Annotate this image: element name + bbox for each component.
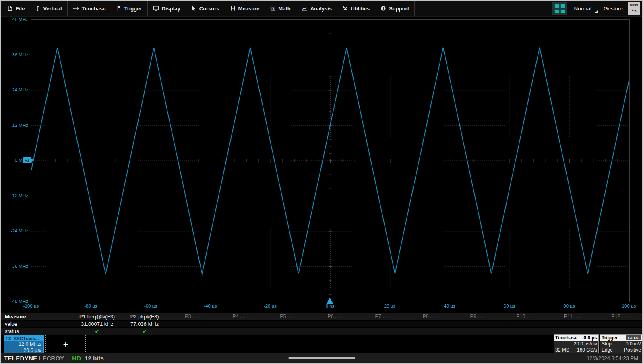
timebase-scale-row: 20.0 µs/div <box>554 341 598 347</box>
menu-label: Cursors <box>199 6 219 12</box>
add-trace-button[interactable]: + <box>45 335 86 354</box>
trigger-type-row: Edge Positive <box>600 347 642 353</box>
waveform-plot-area: 48 MHz36 MHz24 MHz12 MHz0 MHz-12 MHz-24 … <box>1 16 643 313</box>
trigger-slope: Positive <box>624 347 641 353</box>
menu-utilities-button[interactable]: Utilities <box>337 1 375 16</box>
menu-label: Utilities <box>351 6 370 12</box>
y-tick-label: 12 MHz <box>2 122 28 128</box>
taskbar-drag-handle[interactable] <box>288 357 355 359</box>
oscilloscope-screen: FileVerticalTimebaseTriggerDisplayCursor… <box>0 0 643 364</box>
brand-lecroy: LECROY <box>39 355 64 362</box>
menu-analysis-button[interactable]: Analysis <box>296 1 337 16</box>
menu-file-button[interactable]: File <box>1 1 30 16</box>
x-tick-label: 100 µs <box>611 303 643 309</box>
menu-trigger-button[interactable]: Trigger <box>111 1 147 16</box>
x-tick-label: 20 µs <box>372 303 408 309</box>
menu-measure-button[interactable]: Measure <box>225 1 265 16</box>
y-tick-label: 36 MHz <box>2 52 28 58</box>
timebase-record-length: 32 MS <box>555 347 569 353</box>
trigger-level: 0.0 mV <box>626 341 641 347</box>
measure-row-value: value 31.00071 kHz77.036 MHz <box>1 321 643 328</box>
menu-bar-items: FileVerticalTimebaseTriggerDisplayCursor… <box>1 1 415 16</box>
display-mode-button[interactable]: Normal <box>572 2 599 15</box>
grid-display-icon[interactable] <box>552 2 567 15</box>
param-header-p2[interactable]: P2:pkpk(F3) <box>121 314 168 320</box>
f3-trace-descriptor[interactable]: F3 SSCTrack... 12.0 MHz/ 20.0 µs/ <box>4 335 44 354</box>
menu-timebase-button[interactable]: Timebase <box>68 1 112 16</box>
param-header-p10[interactable]: P10 . . . <box>501 314 549 319</box>
param-header-p8[interactable]: P8 . . . <box>406 314 454 319</box>
param-value-p1: 31.00071 kHz <box>73 321 121 327</box>
brand-separator: | <box>66 355 70 362</box>
timebase-title: Timebase <box>555 335 577 341</box>
x-tick-label: 60 µs <box>491 303 527 309</box>
timebase-sampling-row: 32 MS 160 GS/s <box>554 347 598 353</box>
graticule[interactable] <box>31 19 630 302</box>
x-tick-label: -60 µs <box>132 303 169 309</box>
display-mode-label: Normal <box>574 6 591 12</box>
trigger-type: Edge <box>602 347 613 353</box>
param-header-p12[interactable]: P12 . . . <box>596 314 643 319</box>
param-status-ok-icon-p2: ✔ <box>121 329 168 334</box>
trigger-title: Trigger <box>602 335 618 341</box>
menu-cursors-button[interactable]: Cursors <box>186 1 225 16</box>
menu-bar-right: Normal Gesture Undo <box>552 1 642 16</box>
x-tick-label: 40 µs <box>432 303 468 309</box>
menu-math-button[interactable]: Math <box>265 1 296 16</box>
param-header-p9[interactable]: P9 . . . <box>454 314 501 319</box>
utilities-icon <box>343 6 348 11</box>
cursors-icon <box>191 6 196 11</box>
menu-vertical-button[interactable]: Vertical <box>30 1 67 16</box>
menu-label: File <box>16 6 25 12</box>
x-tick-label: 0 ns <box>312 303 348 309</box>
param-header-p11[interactable]: P11 . . . <box>549 314 596 319</box>
brand-logo: TELEDYNE LECROY | HD 12 bits <box>1 355 104 362</box>
gesture-label: Gesture <box>604 6 623 12</box>
measure-row-status: status ✔✔ <box>1 328 643 335</box>
menu-display-button[interactable]: Display <box>148 1 186 16</box>
param-header-p7[interactable]: P7 . . . <box>358 314 406 319</box>
undo-button[interactable]: Undo <box>628 2 640 15</box>
trigger-mode-row: Stop 0.0 mV <box>600 341 642 347</box>
param-header-p6[interactable]: P6 . . . <box>311 314 358 319</box>
undo-label: Undo <box>630 3 638 6</box>
f3-id: F3 <box>6 336 11 341</box>
param-value-p2: 77.036 MHz <box>121 321 168 327</box>
measure-row-header: Measure P1:freq@lv(F3)P2:pkpk(F3)P3 . . … <box>1 313 643 321</box>
timebase-panel[interactable]: Timebase 0.0 µs 20.0 µs/div 32 MS 160 GS… <box>554 334 599 354</box>
param-header-p1[interactable]: P1:freq@lv(F3) <box>73 314 121 320</box>
value-row-label: value <box>1 321 73 327</box>
param-header-p5[interactable]: P5 . . . <box>263 314 311 319</box>
menu-bar: FileVerticalTimebaseTriggerDisplayCursor… <box>1 1 642 17</box>
x-tick-label: -80 µs <box>73 303 109 309</box>
undo-arrow-icon <box>631 7 637 14</box>
x-tick-label: -100 µs <box>13 303 49 309</box>
f3-name: SSCTrack... <box>13 336 39 341</box>
param-header-p3[interactable]: P3 . . . <box>168 314 216 319</box>
measure-icon <box>230 6 236 11</box>
plus-icon: + <box>63 339 68 350</box>
param-header-p4[interactable]: P4 . . . <box>216 314 263 319</box>
x-tick-label: -20 µs <box>252 303 288 309</box>
y-tick-label: -12 MHz <box>2 192 28 199</box>
timebase-per-div: 20.0 µs/div <box>574 341 597 347</box>
trigger-panel[interactable]: Trigger C1 DC Stop 0.0 mV Edge Positive <box>600 334 643 354</box>
f3-vertical-scale: 12.0 MHz/ <box>4 341 43 347</box>
measure-row-label: Measure <box>1 314 73 320</box>
hd-badge: HD <box>72 355 81 362</box>
menu-support-button[interactable]: Support <box>375 1 415 16</box>
y-tick-label: 24 MHz <box>2 87 28 93</box>
menu-label: Display <box>162 6 180 12</box>
file-icon <box>7 6 13 11</box>
brand-teledyne: TELEDYNE <box>4 355 37 362</box>
y-tick-label: -24 MHz <box>2 228 28 234</box>
param-status-ok-icon-p1: ✔ <box>73 329 121 334</box>
trigger-position-marker-icon[interactable] <box>327 298 333 304</box>
display-icon <box>153 6 159 11</box>
y-tick-label: 48 MHz <box>2 16 28 23</box>
support-icon <box>380 6 386 11</box>
f3-descriptor-header: F3 SSCTrack... <box>4 335 43 341</box>
timebase-offset: 0.0 µs <box>583 335 597 341</box>
trigger-icon <box>116 6 121 11</box>
menu-label: Timebase <box>82 6 106 12</box>
